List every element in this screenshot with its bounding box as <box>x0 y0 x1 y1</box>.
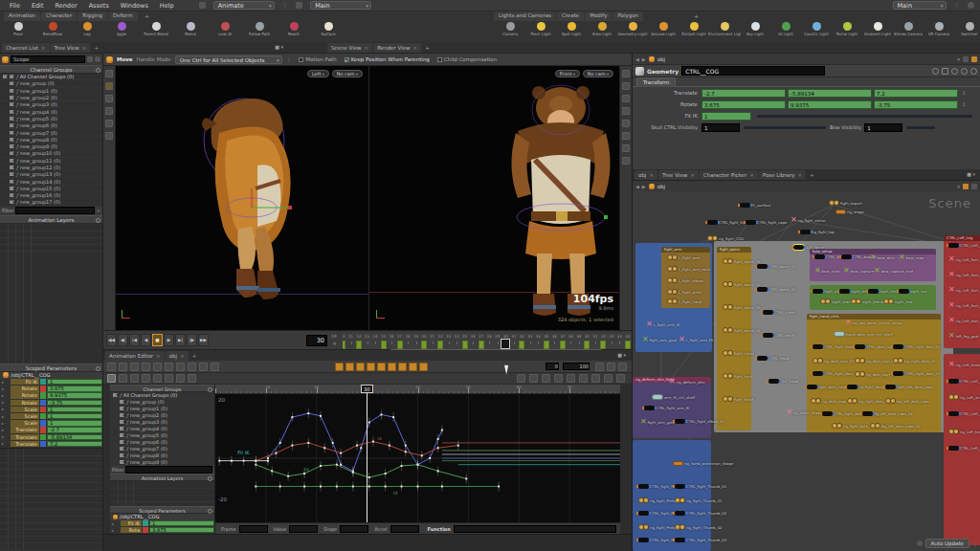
param-value[interactable]: 1 <box>47 413 102 419</box>
param-value[interactable]: 1 <box>47 407 102 412</box>
param-value[interactable]: 1 <box>47 420 102 426</box>
tree-item[interactable]: ƒ new_group5 (0) <box>110 432 214 439</box>
network-node[interactable]: fight_export <box>829 200 862 206</box>
network-node[interactable]: CTRL_fight_elbow_IK <box>675 419 724 424</box>
network-node[interactable]: ✕rig_deform_skin <box>669 379 705 385</box>
set-key-button[interactable] <box>388 363 396 371</box>
flag-icon[interactable] <box>10 75 14 78</box>
shelf-tool[interactable]: Ambient Light <box>865 21 890 42</box>
graph-tool-icon[interactable] <box>176 374 185 383</box>
keyframe-marker[interactable] <box>397 341 403 349</box>
playbar-current-frame-marker[interactable] <box>501 339 510 349</box>
flag-icon[interactable] <box>10 123 14 127</box>
pin-icon[interactable]: ▸ <box>2 421 10 426</box>
network-node[interactable]: rig_Left_ankle <box>948 394 980 400</box>
pose-tool-icon[interactable] <box>105 132 113 140</box>
set-key-button[interactable] <box>345 363 354 371</box>
graph-tool-icon[interactable] <box>188 374 196 383</box>
range-start-top[interactable]: 19 <box>331 334 337 339</box>
flag-icon[interactable] <box>10 200 14 204</box>
filter-input[interactable] <box>15 207 94 214</box>
flag-icon[interactable] <box>10 89 14 93</box>
network-node[interactable]: ✕bow_capture <box>843 268 874 274</box>
shelf-tab[interactable]: Polygon <box>612 11 643 21</box>
ty-field[interactable]: -5.89134 <box>788 89 872 98</box>
network-node[interactable]: rig_left_dots_caps_02 <box>870 423 921 429</box>
menubar-menu[interactable]: Help <box>158 1 176 11</box>
update-mode-icon[interactable] <box>917 540 923 546</box>
graph-view-icon[interactable] <box>542 374 550 383</box>
forward-icon[interactable]: ▶ <box>642 56 646 62</box>
pane-tab[interactable]: obj× <box>635 170 657 180</box>
set-key-button[interactable] <box>356 363 365 371</box>
shelf-tool[interactable]: Reach <box>279 21 308 42</box>
pin-icon[interactable] <box>971 184 977 189</box>
pin-icon[interactable]: ▸ <box>2 428 10 432</box>
menubar-menu[interactable]: File <box>8 1 22 11</box>
scoped-param-row[interactable]: ▸ Scale 1 <box>0 413 102 420</box>
network-node[interactable]: ✕rig_Left_knee <box>948 362 980 367</box>
network-node[interactable]: ✕rig_Left_foot_raise <box>948 302 980 308</box>
network-node[interactable]: CTRL_spine_02 <box>757 287 796 292</box>
tree-root[interactable]: ƒ All Channel Groups (0) <box>110 392 214 399</box>
dots-icon-right[interactable]: ⋮ <box>954 2 961 10</box>
tree-item[interactable]: ƒ new_group3 (0) <box>110 419 214 426</box>
transform-tab[interactable]: Transform <box>636 77 676 87</box>
network-path[interactable]: obj <box>657 184 665 189</box>
move-tool-icon[interactable] <box>106 56 113 63</box>
pin-icon[interactable] <box>963 56 969 62</box>
tree-item[interactable]: ƒ new_group17 (0) <box>0 199 102 206</box>
keyframe-marker[interactable] <box>381 341 387 349</box>
shelf-tool[interactable]: VR Camera <box>926 21 951 42</box>
network-node[interactable]: L_fight_elbow <box>667 277 703 283</box>
gear-icon[interactable] <box>95 56 100 62</box>
pane-menu-icon[interactable] <box>962 171 975 179</box>
gear-icon[interactable] <box>932 68 939 75</box>
frame-icon[interactable] <box>942 68 948 75</box>
move-tool-icon[interactable] <box>105 82 113 90</box>
back-icon[interactable]: ◀ <box>635 184 639 189</box>
flag-icon[interactable] <box>120 420 124 424</box>
tree-item[interactable]: ƒ new_group2 (0) <box>110 412 214 419</box>
network-node[interactable]: sight_end <box>883 298 912 304</box>
transport-button[interactable]: |▶ <box>187 334 197 346</box>
shelf-tab[interactable]: Character <box>41 11 77 21</box>
network-node[interactable]: rig_fight_COG <box>707 235 744 241</box>
network-node[interactable]: CTRL_fight_Thumb_03 <box>675 538 726 542</box>
help-icon[interactable] <box>970 68 977 75</box>
dots-icon[interactable]: ⋮ <box>286 56 292 62</box>
param-value[interactable]: 3.675 <box>47 386 102 391</box>
anim-tool-icon[interactable] <box>188 363 196 371</box>
network-node[interactable]: CTRL_fight_Thumb_02 <box>675 511 726 516</box>
network-node[interactable]: sight_blend <box>851 298 883 304</box>
flag-icon[interactable] <box>10 159 14 163</box>
shelf-tool[interactable]: Portal Light <box>835 21 859 42</box>
tree-item[interactable]: ƒ new_group6 (0) <box>0 122 102 129</box>
flag-icon[interactable] <box>120 433 124 437</box>
tree-item[interactable]: ƒ new_group7 (0) <box>110 446 214 452</box>
pane-tab[interactable]: Render View× <box>373 43 421 53</box>
shelf-tool[interactable]: Geometry Light <box>620 21 645 42</box>
network-node[interactable]: CTRL_head <box>757 356 789 361</box>
toolbar-checkbox[interactable]: Keep Position When Parenting <box>345 56 430 62</box>
shelf-tool[interactable]: Surface <box>314 21 343 42</box>
set-key-button[interactable] <box>398 363 407 371</box>
bow-visibility-slider[interactable] <box>906 126 935 129</box>
transport-button[interactable]: ◀◀ <box>106 334 117 346</box>
network-node[interactable]: ✕rig_Left_foot_tilt <box>948 318 980 323</box>
pin-icon[interactable]: ▸ <box>2 393 10 398</box>
param-value[interactable]: 1 <box>47 379 102 385</box>
network-node[interactable]: FL_surface <box>740 203 770 208</box>
key-value-field[interactable] <box>289 525 318 533</box>
graph-view-icon[interactable] <box>554 374 563 383</box>
pin-icon[interactable]: ▸ <box>2 434 10 439</box>
network-node[interactable]: rig_left_dots_caps <box>885 398 929 404</box>
shelf-tool[interactable]: Caustic Light <box>804 21 829 42</box>
graph-view-icon[interactable] <box>517 374 525 383</box>
menubar-menu[interactable]: Windows <box>119 1 150 11</box>
network-node[interactable]: CTRL_spine_01 <box>757 264 796 269</box>
shelf-tool[interactable]: Parent Blend <box>142 21 170 42</box>
network-node[interactable]: fight_spine_04 <box>723 327 761 333</box>
anim-tool-icon[interactable] <box>176 363 185 371</box>
network-node[interactable]: CTRL_Left_knee_IK <box>948 411 980 416</box>
